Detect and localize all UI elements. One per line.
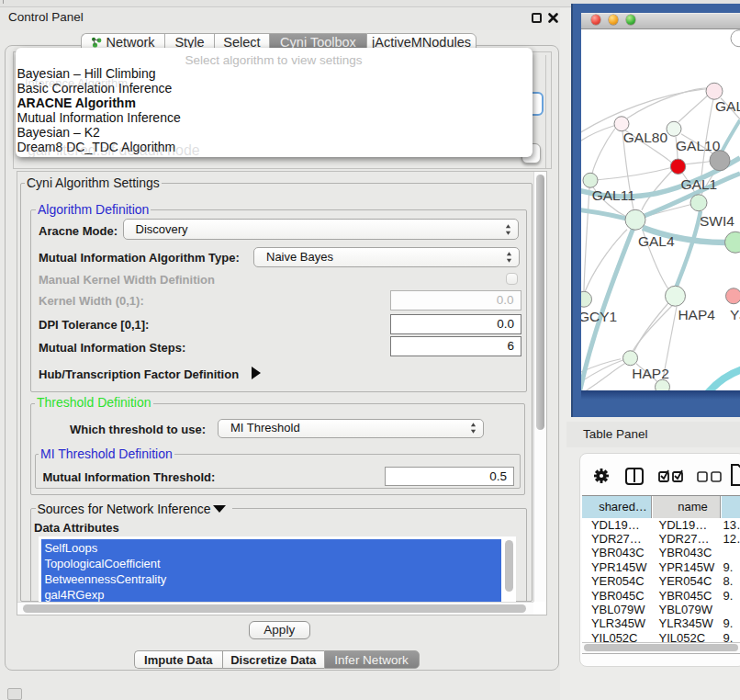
svg-text:GAL2: GAL2 (715, 97, 740, 113)
svg-text:GAL10: GAL10 (676, 137, 721, 152)
svg-text:SWI4: SWI4 (700, 212, 734, 228)
svg-text:GAL1: GAL1 (681, 176, 718, 192)
svg-text:HAP2: HAP2 (632, 366, 669, 381)
svg-text:GAL4: GAL4 (638, 233, 675, 249)
svg-text:YJ: YJ (730, 306, 740, 322)
svg-text:GAL11: GAL11 (592, 187, 635, 203)
svg-text:HAP4: HAP4 (678, 307, 715, 322)
svg-text:GAL80: GAL80 (623, 130, 668, 145)
svg-text:GCY1: GCY1 (581, 308, 617, 323)
